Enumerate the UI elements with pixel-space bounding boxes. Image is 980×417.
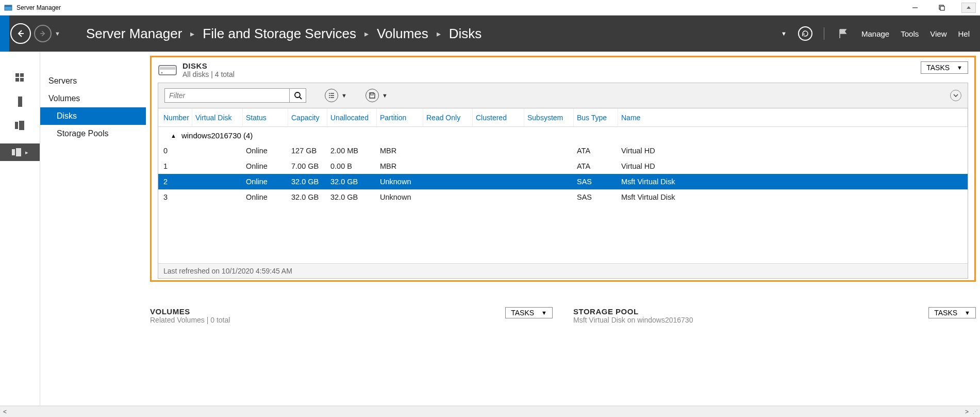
menu-tools[interactable]: Tools bbox=[901, 29, 919, 38]
list-options-button[interactable] bbox=[325, 89, 338, 102]
breadcrumb-sep-icon: ▸ bbox=[364, 29, 369, 39]
tasks-button[interactable]: TASKS ▼ bbox=[921, 61, 968, 74]
chevron-down-icon[interactable]: ▼ bbox=[341, 92, 347, 99]
filter-bar: ▼ ▼ bbox=[158, 83, 968, 108]
servers-group-icon[interactable] bbox=[14, 120, 26, 131]
cell-number: 0 bbox=[158, 147, 192, 155]
col-subsystem[interactable]: Subsystem bbox=[524, 108, 574, 126]
titlebar: Server Manager bbox=[0, 0, 980, 15]
breadcrumb-root[interactable]: Server Manager bbox=[86, 26, 182, 42]
cell-unallocated: 2.00 MB bbox=[327, 147, 377, 155]
disks-frame: DISKS All disks | 4 total TASKS ▼ bbox=[150, 56, 976, 282]
col-name[interactable]: Name bbox=[618, 108, 968, 126]
maximize-button[interactable] bbox=[935, 3, 949, 13]
flag-icon[interactable] bbox=[836, 26, 850, 41]
app-icon bbox=[4, 4, 12, 12]
cell-partition: Unknown bbox=[377, 193, 423, 201]
cell-name: Msft Virtual Disk bbox=[618, 178, 968, 186]
filter-input[interactable] bbox=[165, 91, 289, 100]
cell-bustype: SAS bbox=[574, 178, 618, 186]
breadcrumb-sep-icon: ▸ bbox=[437, 29, 441, 39]
breadcrumb-volumes[interactable]: Volumes bbox=[377, 26, 428, 42]
lower-panels: VOLUMES Related Volumes | 0 total TASKS … bbox=[150, 307, 976, 324]
accent-stripe bbox=[0, 15, 9, 52]
menu-help[interactable]: Hel bbox=[958, 29, 970, 38]
col-bus-type[interactable]: Bus Type bbox=[574, 108, 618, 126]
save-view-button[interactable] bbox=[366, 89, 379, 102]
cell-capacity: 32.0 GB bbox=[288, 178, 327, 186]
cell-partition: MBR bbox=[377, 147, 423, 155]
cell-bustype: ATA bbox=[574, 162, 618, 170]
nav-history-dropdown[interactable]: ▼ bbox=[55, 30, 60, 37]
storage-pool-tasks-button[interactable]: TASKS ▼ bbox=[928, 307, 976, 318]
scroll-right-icon[interactable]: > bbox=[965, 408, 969, 415]
col-unallocated[interactable]: Unallocated bbox=[327, 108, 377, 126]
col-clustered[interactable]: Clustered bbox=[473, 108, 524, 126]
nav-back-button[interactable] bbox=[10, 23, 31, 44]
scroll-left-icon[interactable]: < bbox=[3, 408, 7, 415]
sidebar-item-disks[interactable]: Disks bbox=[40, 107, 146, 125]
expand-panel-button[interactable] bbox=[950, 90, 961, 101]
breadcrumb-services[interactable]: File and Storage Services bbox=[203, 26, 356, 42]
cell-bustype: SAS bbox=[574, 193, 618, 201]
cell-capacity: 127 GB bbox=[288, 147, 327, 155]
cell-status: Online bbox=[243, 193, 288, 201]
minimize-button[interactable] bbox=[908, 3, 922, 13]
group-row[interactable]: ▲ windows2016730 (4) bbox=[158, 127, 968, 143]
svg-rect-11 bbox=[18, 97, 22, 107]
svg-point-23 bbox=[329, 95, 330, 96]
server-icon[interactable] bbox=[14, 96, 26, 107]
svg-rect-9 bbox=[15, 78, 19, 82]
resize-grip-icon[interactable]: ⋰ bbox=[973, 409, 977, 414]
table-header: Number Virtual Disk Status Capacity Unal… bbox=[158, 108, 968, 127]
table-row[interactable]: 1Online7.00 GB0.00 BMBRATAVirtual HD bbox=[158, 158, 968, 174]
storage-pool-panel: STORAGE POOL Msft Virtual Disk on window… bbox=[573, 307, 976, 324]
svg-rect-7 bbox=[15, 73, 19, 77]
scroll-up-button[interactable] bbox=[961, 3, 976, 13]
svg-rect-15 bbox=[16, 148, 21, 156]
menu-view[interactable]: View bbox=[930, 29, 946, 38]
col-number[interactable]: Number bbox=[158, 108, 192, 126]
nav-sidebar: Servers Volumes Disks Storage Pools bbox=[40, 52, 146, 406]
svg-rect-16 bbox=[159, 66, 176, 75]
table-row[interactable]: 3Online32.0 GB32.0 GBUnknownSASMsft Virt… bbox=[158, 189, 968, 205]
header-dropdown-caret[interactable]: ▼ bbox=[781, 30, 787, 37]
col-partition[interactable]: Partition bbox=[377, 108, 423, 126]
dashboard-icon[interactable] bbox=[14, 72, 26, 84]
cell-name: Msft Virtual Disk bbox=[618, 193, 968, 201]
disks-table: Number Virtual Disk Status Capacity Unal… bbox=[158, 108, 968, 279]
col-status[interactable]: Status bbox=[243, 108, 288, 126]
volumes-title: VOLUMES bbox=[150, 307, 230, 316]
tasks-label: TASKS bbox=[511, 309, 534, 317]
search-button[interactable] bbox=[289, 88, 306, 103]
cell-unallocated: 32.0 GB bbox=[327, 178, 377, 186]
cell-unallocated: 32.0 GB bbox=[327, 193, 377, 201]
sidebar-item-storage-pools[interactable]: Storage Pools bbox=[40, 125, 146, 142]
breadcrumb: Server Manager ▸ File and Storage Servic… bbox=[86, 26, 481, 42]
col-capacity[interactable]: Capacity bbox=[288, 108, 327, 126]
chevron-down-icon[interactable]: ▼ bbox=[382, 92, 388, 99]
table-row[interactable]: 2Online32.0 GB32.0 GBUnknownSASMsft Virt… bbox=[158, 174, 968, 189]
sidebar-item-servers[interactable]: Servers bbox=[40, 72, 146, 90]
storage-pool-title: STORAGE POOL bbox=[573, 307, 693, 316]
svg-rect-18 bbox=[160, 67, 175, 70]
sidebar-item-volumes[interactable]: Volumes bbox=[40, 90, 146, 107]
menu-manage[interactable]: Manage bbox=[861, 29, 889, 38]
horizontal-scrollbar[interactable]: < > ⋰ bbox=[0, 406, 980, 417]
main-panel: DISKS All disks | 4 total TASKS ▼ bbox=[146, 52, 980, 406]
disks-subtitle: All disks | 4 total bbox=[182, 70, 235, 78]
svg-rect-12 bbox=[15, 122, 18, 129]
volumes-tasks-button[interactable]: TASKS ▼ bbox=[505, 307, 553, 318]
breadcrumb-disks[interactable]: Disks bbox=[449, 26, 482, 42]
cell-status: Online bbox=[243, 162, 288, 170]
svg-rect-22 bbox=[330, 93, 334, 93]
file-storage-icon[interactable]: ▸ bbox=[0, 143, 40, 161]
col-read-only[interactable]: Read Only bbox=[423, 108, 473, 126]
svg-rect-13 bbox=[19, 121, 24, 130]
table-row[interactable]: 0Online127 GB2.00 MBMBRATAVirtual HD bbox=[158, 143, 968, 158]
refresh-button[interactable] bbox=[798, 26, 812, 41]
cell-status: Online bbox=[243, 178, 288, 186]
collapse-icon[interactable]: ▲ bbox=[171, 133, 176, 139]
nav-forward-button[interactable] bbox=[34, 25, 52, 42]
col-virtual-disk[interactable]: Virtual Disk bbox=[192, 108, 243, 126]
